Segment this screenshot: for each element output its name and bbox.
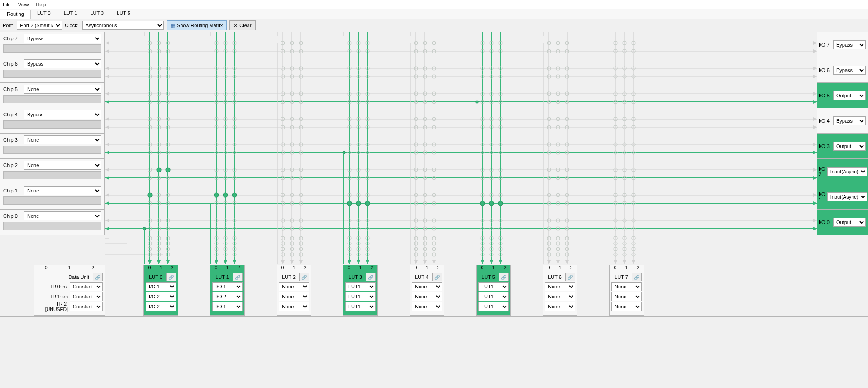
lut-3-input-2[interactable]: LUT1 — [345, 302, 376, 311]
lut-7-input-1[interactable]: None — [611, 292, 642, 301]
lut-5-input-2[interactable]: LUT1 — [478, 302, 509, 311]
link-icon[interactable]: 🔗 — [93, 273, 103, 281]
menu-help[interactable]: Help — [36, 2, 46, 7]
lut-title: LUT 3 — [345, 274, 364, 280]
io-label: I/O 7 — [819, 42, 831, 48]
chip-select-4[interactable]: Bypass — [24, 110, 101, 119]
lut-title: LUT 2 — [279, 274, 297, 280]
tab-lut-5[interactable]: LUT 5 — [110, 9, 137, 19]
lut-box-1: 012LUT 1🔗I/O 1I/O 2I/O 1 — [210, 265, 245, 316]
svg-marker-45 — [813, 227, 817, 230]
svg-marker-8 — [105, 75, 109, 78]
svg-point-588 — [365, 201, 370, 206]
chip-slider[interactable] — [3, 70, 101, 78]
io-select-4[interactable]: Bypass — [833, 116, 866, 125]
lut-7-input-2[interactable]: None — [611, 302, 642, 311]
lut-title: LUT 4 — [412, 274, 430, 280]
chip-slider[interactable] — [3, 146, 101, 154]
lut-row: 012Data Unit🔗TR 0: rstConstant 0TR 1: en… — [0, 263, 868, 316]
lut-4-input-1[interactable]: None — [412, 292, 442, 301]
lut-1-input-2[interactable]: I/O 1 — [212, 302, 243, 311]
du-row-label: TR 2: [UNUSED] — [36, 301, 68, 312]
lut-2-input-0[interactable]: None — [279, 282, 309, 291]
chip-label: Chip 4 — [3, 112, 21, 117]
lut-1-input-1[interactable]: I/O 2 — [212, 292, 243, 301]
menu-view[interactable]: View — [18, 2, 29, 7]
link-icon[interactable]: 🔗 — [499, 273, 509, 281]
svg-marker-10 — [105, 67, 109, 70]
lut-2-input-1[interactable]: None — [279, 292, 309, 301]
tab-lut-3[interactable]: LUT 3 — [84, 9, 110, 19]
chip-select-7[interactable]: Bypass — [24, 34, 101, 43]
io-select-3[interactable]: Output — [833, 142, 866, 151]
col-header: 1 — [58, 265, 81, 273]
link-icon[interactable]: 🔗 — [233, 273, 243, 281]
io-select-5[interactable]: Output — [833, 91, 866, 100]
svg-point-586 — [347, 201, 352, 206]
port-select[interactable]: Port 2 (Smart I/O 0) — [17, 21, 62, 30]
chip-select-5[interactable]: None — [24, 85, 101, 94]
link-icon[interactable]: 🔗 — [166, 273, 176, 281]
lut-4-input-2[interactable]: None — [412, 302, 442, 311]
tab-lut-0[interactable]: LUT 0 — [31, 9, 57, 19]
lut-6-input-1[interactable]: None — [545, 292, 575, 301]
chip-label: Chip 3 — [3, 137, 21, 143]
chip-slider[interactable] — [3, 95, 101, 103]
lut-0-input-0[interactable]: I/O 1 — [146, 282, 176, 291]
lut-5-input-0[interactable]: LUT1 — [478, 282, 509, 291]
lut-4-input-0[interactable]: None — [412, 282, 442, 291]
link-icon[interactable]: 🔗 — [565, 273, 575, 281]
du-row-select-2[interactable]: Constant 0 — [70, 302, 103, 311]
chip-slider[interactable] — [3, 171, 101, 179]
io-select-2[interactable]: Input(Async) — [827, 167, 867, 176]
io-label: I/O 6 — [819, 67, 831, 73]
lut-5-input-1[interactable]: LUT1 — [478, 292, 509, 301]
chip-select-3[interactable]: None — [24, 135, 101, 144]
io-label: I/O 4 — [819, 118, 831, 124]
chip-select-6[interactable]: Bypass — [24, 59, 101, 68]
chip-slider[interactable] — [3, 196, 101, 205]
lut-7-input-0[interactable]: None — [611, 282, 642, 291]
svg-marker-38 — [105, 201, 109, 205]
link-icon[interactable]: 🔗 — [432, 273, 442, 281]
io-select-6[interactable]: Bypass — [833, 66, 866, 75]
lut-2-input-2[interactable]: None — [279, 302, 309, 311]
du-row-select-0[interactable]: Constant 0 — [70, 282, 103, 291]
tab-lut-1[interactable]: LUT 1 — [57, 9, 84, 19]
lut-box-4: 012LUT 4🔗NoneNoneNone — [410, 265, 444, 316]
chip-select-1[interactable]: None — [24, 186, 101, 195]
menu-file[interactable]: File — [3, 2, 11, 7]
col-header: 1 — [288, 265, 300, 273]
clear-button[interactable]: ✕ Clear — [229, 20, 255, 30]
chip-slider[interactable] — [3, 222, 101, 230]
link-icon[interactable]: 🔗 — [632, 273, 642, 281]
lut-0-input-2[interactable]: I/O 2 — [146, 302, 176, 311]
link-icon[interactable]: 🔗 — [366, 273, 376, 281]
lut-6-input-0[interactable]: None — [545, 282, 575, 291]
lut-3-input-0[interactable]: LUT1 — [345, 282, 376, 291]
clock-select[interactable]: Asynchronous — [82, 21, 164, 30]
io-select-0[interactable]: Output — [833, 218, 866, 227]
show-routing-matrix-button[interactable]: ▦ Show Routing Matrix — [167, 20, 227, 30]
du-row-select-1[interactable]: Constant 0 — [70, 292, 103, 301]
svg-marker-44 — [105, 227, 109, 230]
chip-select-0[interactable]: None — [24, 211, 101, 220]
svg-marker-29 — [813, 143, 817, 146]
tab-routing[interactable]: Routing — [0, 10, 31, 19]
chip-slider[interactable] — [3, 120, 101, 129]
svg-marker-26 — [105, 151, 109, 154]
svg-marker-28 — [105, 143, 109, 146]
chip-select-2[interactable]: None — [24, 161, 101, 170]
lut-0-input-1[interactable]: I/O 2 — [146, 292, 176, 301]
chip-slider[interactable] — [3, 44, 101, 53]
lut-6-input-2[interactable]: None — [545, 302, 575, 311]
io-select-1[interactable]: Input(Async) — [827, 192, 867, 201]
col-header: 0 — [144, 265, 155, 273]
lut-3-input-1[interactable]: LUT1 — [345, 292, 376, 301]
lut-1-input-0[interactable]: I/O 1 — [212, 282, 243, 291]
io-column: I/O 7BypassI/O 6BypassI/O 5OutputI/O 4By… — [817, 32, 868, 235]
svg-point-583 — [214, 193, 219, 197]
io-row-4: I/O 4Bypass — [817, 108, 868, 134]
io-select-7[interactable]: Bypass — [833, 40, 866, 49]
link-icon[interactable]: 🔗 — [299, 273, 309, 281]
